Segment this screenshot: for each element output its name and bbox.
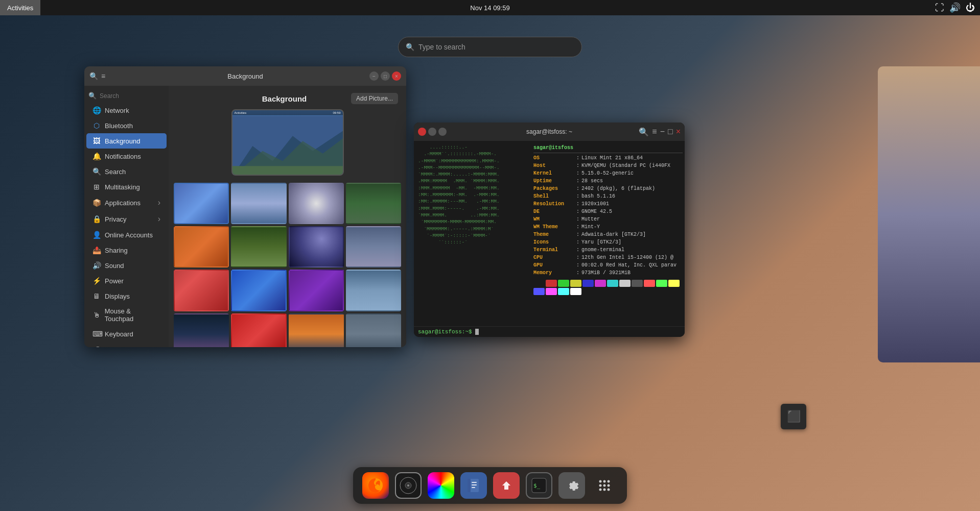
settings-window: 🔍 ≡ Background − □ × 🔍 🌐 (84, 66, 406, 347)
info-memory-key: Memory (533, 269, 574, 277)
dock-item-terminal[interactable]: $_ (526, 472, 552, 499)
info-kernel-val: 5.15.0-52-generic (581, 169, 634, 177)
right-background-window (878, 66, 980, 362)
sidebar-item-background[interactable]: 🖼 Background (86, 133, 167, 149)
terminal-maximize-button[interactable] (438, 128, 447, 136)
volume-icon[interactable]: 🔊 (949, 2, 961, 13)
displays-icon: 🖥 (92, 292, 101, 300)
info-wmtheme-key: WM Theme (533, 223, 574, 231)
wallpaper-thumb-sunset-palm[interactable] (289, 313, 344, 347)
sidebar-item-sharing[interactable]: 📤 Sharing (86, 242, 167, 258)
wallpaper-thumb-mountain-road[interactable] (346, 313, 401, 347)
sidebar-item-applications[interactable]: 📦 Applications (86, 194, 167, 211)
sidebar-item-displays-label: Displays (105, 293, 130, 300)
info-cpu-val: 12th Gen Intel i5-12400 (12) @ (581, 254, 673, 261)
wallpaper-thumb-galaxy[interactable] (289, 226, 344, 267)
sidebar-item-keyboard[interactable]: ⌨ Keyboard (86, 326, 167, 342)
color-swatch-12 (533, 288, 545, 295)
appgrid-icon (596, 477, 613, 494)
sidebar-search-input[interactable] (100, 92, 165, 100)
terminal-body: ....::::::..- .-MMMM``.::::::::.-MMMM-. … (414, 141, 685, 326)
color-swatch-10 (656, 280, 667, 287)
dock-item-settings[interactable] (558, 472, 585, 499)
wallpaper-thumb-sphere[interactable] (289, 183, 344, 224)
dock-item-appgrid[interactable] (591, 472, 618, 499)
dock-item-firefox[interactable] (362, 472, 389, 499)
dock-item-colorpicker[interactable] (428, 472, 454, 499)
sidebar-item-printers[interactable]: 🖨 Printers (86, 342, 167, 347)
info-host-line: Host : KVM/QEMU (Standard PC (i440FX (533, 162, 683, 169)
sidebar-search[interactable]: 🔍 (84, 89, 169, 103)
wallpaper-thumb-red-lines[interactable] (174, 270, 229, 311)
search-bar[interactable]: 🔍 Type to search (398, 37, 582, 57)
terminal-close-button[interactable] (418, 128, 426, 136)
wallpaper-thumb-forest-road[interactable] (231, 226, 286, 267)
terminal-minimize-action[interactable]: − (660, 127, 665, 136)
activities-button[interactable]: Activities (0, 0, 40, 15)
info-terminal-val: gnome-terminal (581, 246, 624, 254)
search-icon-settings[interactable]: 🔍 (89, 72, 98, 80)
terminal-search-button[interactable]: 🔍 (639, 127, 649, 137)
wallpaper-thumb-supertree[interactable] (174, 313, 229, 347)
topbar-system-icons: ⛶ 🔊 ⏻ (935, 2, 980, 13)
sidebar-item-privacy[interactable]: 🔒 Privacy (86, 211, 167, 227)
svg-point-24 (608, 489, 610, 491)
mini-terminal-icon[interactable]: ⬛ (781, 404, 806, 429)
software-icon (498, 477, 515, 494)
wallpaper-thumb-road-trees[interactable] (346, 183, 401, 224)
terminal-menu-button[interactable]: ≡ (652, 127, 657, 136)
wallpaper-thumb-orange-rock[interactable] (174, 226, 229, 267)
sidebar-item-power[interactable]: ⚡ Power (86, 273, 167, 288)
maximize-button[interactable]: □ (381, 71, 390, 81)
add-picture-button[interactable]: Add Picture... (351, 93, 398, 104)
settings-menu-icon[interactable]: ≡ (101, 72, 105, 80)
sidebar-item-bluetooth[interactable]: ⬡ Bluetooth (86, 118, 167, 133)
power-icon[interactable]: ⏻ (966, 3, 975, 13)
wallpaper-grid: ⚙ (174, 183, 401, 347)
sidebar-item-search-label: Search (105, 168, 126, 176)
settings-titlebar-left: 🔍 ≡ (89, 72, 130, 80)
info-packages-key: Packages (533, 185, 574, 192)
sidebar-item-search[interactable]: 🔍 Search (86, 164, 167, 179)
dock-item-software[interactable] (493, 472, 520, 499)
sidebar-item-network[interactable]: 🌐 Network (86, 103, 167, 118)
close-button[interactable]: × (392, 71, 401, 81)
info-wmtheme-line: WM Theme : Mint-Y (533, 223, 683, 231)
wallpaper-thumb-blue-wave[interactable] (231, 270, 286, 311)
wallpaper-thumb-purple-wave[interactable] (289, 270, 344, 311)
color-swatch-13 (546, 288, 557, 295)
sidebar-item-notifications[interactable]: 🔔 Notifications (86, 149, 167, 164)
wallpaper-thumb-cloudy[interactable] (231, 183, 286, 224)
network-icon[interactable]: ⛶ (935, 3, 944, 13)
sidebar-items-container: 🌐 Network ⬡ Bluetooth 🖼 Background 🔔 Not… (84, 103, 169, 347)
terminal-close-action[interactable]: × (676, 127, 681, 136)
sidebar-item-mouse-touchpad[interactable]: 🖱 Mouse & Touchpad (86, 304, 167, 326)
wallpaper-thumb-blue-crystal[interactable] (174, 183, 229, 224)
info-packages-line: Packages : 2402 (dpkg), 6 (flatpak) (533, 185, 683, 192)
info-kernel-line: Kernel : 5.15.0-52-generic (533, 169, 683, 177)
wallpaper-thumb-8[interactable] (346, 226, 401, 267)
info-theme-line: Theme : Adwaita-dark [GTK2/3] (533, 231, 683, 238)
sidebar-item-sound[interactable]: 🔊 Sound (86, 258, 167, 273)
settings-window-title: Background (130, 72, 360, 80)
info-resolution-key: Resolution (533, 200, 574, 208)
wallpaper-thumb-red-feather[interactable] (231, 313, 286, 347)
color-swatch-4 (582, 280, 594, 287)
sidebar-item-online-accounts[interactable]: 👤 Online Accounts (86, 227, 167, 242)
terminal-resize-button[interactable]: □ (668, 127, 673, 136)
sidebar-item-multitasking[interactable]: ⊞ Multitasking (86, 179, 167, 194)
terminal-minimize-button[interactable] (428, 128, 436, 136)
dock-item-rhythmbox[interactable] (395, 472, 422, 499)
info-memory-line: Memory : 973MiB / 3921MiB (533, 269, 683, 277)
terminal-window: sagar@itsfoss: ~ 🔍 ≡ − □ × ....::::::..-… (414, 123, 685, 337)
sidebar-item-displays[interactable]: 🖥 Displays (86, 288, 167, 304)
info-packages-val: 2402 (dpkg), 6 (flatpak) (581, 185, 655, 192)
power-settings-icon: ⚡ (92, 277, 101, 285)
rhythmbox-icon (399, 476, 417, 495)
info-wm-key: WM (533, 215, 574, 223)
minimize-button[interactable]: − (369, 71, 379, 81)
terminal-prompt-area[interactable]: sagar@itsfoss:~$ ▌ (414, 326, 685, 337)
dock-item-notes[interactable] (460, 472, 487, 499)
terminal-prompt: sagar@itsfoss:~$ (418, 329, 475, 335)
wallpaper-thumb-lake[interactable] (346, 270, 401, 311)
